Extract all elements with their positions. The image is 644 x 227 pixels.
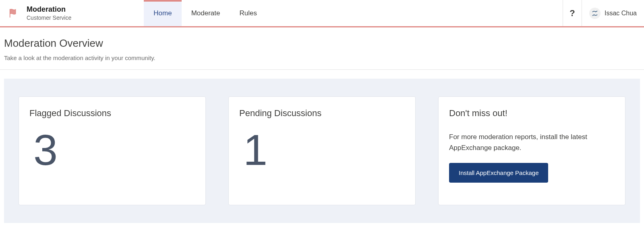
install-appexchange-button[interactable]: Install AppExchange Package	[449, 163, 548, 183]
card-title: Don't miss out!	[449, 108, 615, 119]
tab-home[interactable]: Home	[144, 0, 181, 26]
overview-body: Flagged Discussions 3 Pending Discussion…	[4, 79, 640, 223]
flagged-count: 3	[29, 128, 195, 172]
flagged-discussions-card[interactable]: Flagged Discussions 3	[19, 96, 206, 205]
pending-discussions-card[interactable]: Pending Discussions 1	[228, 96, 416, 205]
page-header: Moderation Overview Take a look at the m…	[0, 27, 644, 70]
tab-moderate[interactable]: Moderate	[182, 0, 230, 26]
help-button[interactable]: ?	[563, 0, 582, 26]
help-icon: ?	[569, 8, 575, 19]
header-right: ? Issac Chua	[563, 0, 644, 26]
page-title: Moderation Overview	[4, 37, 640, 50]
card-title: Pending Discussions	[239, 108, 405, 119]
tab-label: Moderate	[191, 9, 220, 17]
avatar-icon	[589, 8, 601, 19]
tab-label: Home	[153, 9, 172, 17]
pending-count: 1	[239, 128, 405, 172]
user-menu[interactable]: Issac Chua	[582, 0, 644, 26]
flag-icon	[8, 8, 19, 19]
page-description: Take a look at the moderation activity i…	[4, 54, 640, 61]
card-title: Flagged Discussions	[29, 108, 195, 119]
app-identity: Moderation Customer Service	[0, 0, 79, 26]
top-header: Moderation Customer Service Home Moderat…	[0, 0, 644, 27]
user-name: Issac Chua	[605, 10, 637, 17]
tab-rules[interactable]: Rules	[230, 0, 266, 26]
tab-label: Rules	[239, 9, 257, 17]
nav-tabs: Home Moderate Rules	[144, 0, 267, 26]
app-title: Moderation	[27, 5, 71, 14]
app-titles: Moderation Customer Service	[27, 5, 71, 21]
app-subtitle: Customer Service	[27, 15, 71, 21]
promo-text: For more moderation reports, install the…	[449, 131, 615, 153]
promo-card: Don't miss out! For more moderation repo…	[438, 96, 625, 205]
